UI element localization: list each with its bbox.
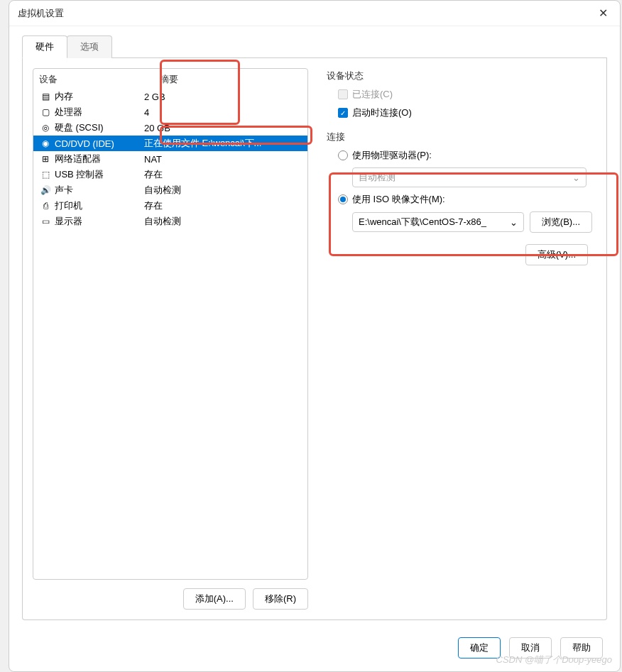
printer-icon: ⎙ (39, 201, 52, 211)
tab-hardware[interactable]: 硬件 (22, 35, 67, 58)
tabs: 硬件 选项 (22, 35, 607, 58)
device-row-display[interactable]: ▭显示器 自动检测 (33, 214, 307, 229)
device-summary: 自动检测 (144, 184, 302, 197)
device-label: 网络适配器 (55, 153, 101, 165)
memory-icon: ▤ (39, 92, 52, 101)
device-list: 设备 摘要 ▤内存 2 GB ▢处理器 4 ◎硬盘 (SCSI) 20 GB (33, 68, 308, 580)
device-row-cddvd[interactable]: ◉CD/DVD (IDE) 正在使用文件 E:\wencai\下... (33, 136, 307, 151)
display-icon: ▭ (39, 216, 52, 226)
close-icon[interactable]: ✕ (594, 5, 611, 22)
tab-options[interactable]: 选项 (67, 35, 112, 58)
connection-group: 连接 使用物理驱动器(P): 自动检测 ⌄ 使用 ISO 映像文件(M): (327, 131, 592, 233)
connect-poweron-checkbox[interactable]: ✓ (338, 108, 348, 118)
vm-settings-window: 虚拟机设置 ✕ 硬件 选项 设备 摘要 ▤内存 2 GB (9, 0, 621, 672)
physical-drive-value: 自动检测 (359, 171, 395, 184)
device-row-memory[interactable]: ▤内存 2 GB (33, 89, 307, 104)
header-summary: 摘要 (160, 73, 178, 86)
use-physical-row[interactable]: 使用物理驱动器(P): (338, 149, 592, 162)
add-button[interactable]: 添加(A)... (183, 588, 246, 610)
connected-label: 已连接(C) (352, 88, 393, 101)
device-label: 声卡 (55, 184, 73, 197)
network-icon: ⊞ (39, 154, 52, 164)
device-summary: 存在 (144, 199, 302, 212)
left-pane: 设备 摘要 ▤内存 2 GB ▢处理器 4 ◎硬盘 (SCSI) 20 GB (33, 68, 308, 610)
right-pane: 设备状态 已连接(C) ✓ 启动时连接(O) 连接 (322, 68, 596, 610)
device-label: 处理器 (55, 106, 82, 119)
device-summary: 20 GB (144, 123, 302, 133)
advanced-row: 高级(V)... (327, 244, 592, 265)
use-iso-radio[interactable] (338, 194, 348, 204)
remove-button[interactable]: 移除(R) (253, 588, 308, 610)
device-row-usb[interactable]: ⬚USB 控制器 存在 (33, 167, 307, 182)
device-label: 硬盘 (SCSI) (55, 121, 104, 134)
advanced-button[interactable]: 高级(V)... (525, 244, 588, 265)
device-summary: 4 (144, 107, 302, 118)
device-list-header: 设备 摘要 (33, 69, 307, 89)
device-summary: NAT (144, 154, 302, 165)
ok-button[interactable]: 确定 (458, 637, 501, 659)
connect-poweron-label: 启动时连接(O) (352, 106, 412, 119)
cddvd-icon: ◉ (39, 138, 52, 148)
chevron-down-icon: ⌄ (510, 217, 518, 228)
device-label: 显示器 (55, 215, 82, 228)
use-physical-radio[interactable] (338, 150, 348, 160)
device-label: USB 控制器 (55, 168, 104, 181)
device-actions: 添加(A)... 移除(R) (33, 588, 308, 610)
connected-checkbox[interactable] (338, 89, 348, 99)
iso-path-select[interactable]: E:\wencai\下载\CentOS-7-x86_ ⌄ (352, 212, 524, 232)
browse-button[interactable]: 浏览(B)... (530, 211, 592, 233)
device-row-sound[interactable]: 🔊声卡 自动检测 (33, 182, 307, 198)
connected-checkbox-row: 已连接(C) (338, 88, 592, 101)
connect-poweron-row: ✓ 启动时连接(O) (338, 106, 592, 119)
content-area: 硬件 选项 设备 摘要 ▤内存 2 GB ▢处理器 4 (9, 26, 620, 627)
iso-path-row: E:\wencai\下载\CentOS-7-x86_ ⌄ 浏览(B)... (352, 211, 592, 233)
device-status-group: 设备状态 已连接(C) ✓ 启动时连接(O) (327, 70, 592, 119)
processor-icon: ▢ (39, 107, 52, 117)
device-summary: 自动检测 (144, 215, 302, 228)
window-title: 虚拟机设置 (18, 7, 64, 20)
device-label: 内存 (55, 90, 73, 103)
use-iso-label: 使用 ISO 映像文件(M): (352, 193, 445, 206)
device-label: CD/DVD (IDE) (55, 138, 114, 149)
sound-icon: 🔊 (39, 185, 52, 195)
device-summary: 2 GB (144, 92, 302, 102)
titlebar: 虚拟机设置 ✕ (9, 1, 620, 26)
device-row-network[interactable]: ⊞网络适配器 NAT (33, 151, 307, 167)
physical-drive-select: 自动检测 ⌄ (352, 167, 586, 187)
tab-content: 设备 摘要 ▤内存 2 GB ▢处理器 4 ◎硬盘 (SCSI) 20 GB (22, 58, 607, 620)
device-row-printer[interactable]: ⎙打印机 存在 (33, 198, 307, 214)
iso-path-value: E:\wencai\下载\CentOS-7-x86_ (359, 216, 486, 228)
device-row-processor[interactable]: ▢处理器 4 (33, 104, 307, 120)
usb-icon: ⬚ (39, 170, 52, 180)
watermark: CSDN @喵了个Doop-yeego (496, 654, 612, 666)
device-label: 打印机 (55, 199, 82, 212)
device-summary: 存在 (144, 168, 302, 181)
header-device: 设备 (39, 73, 160, 86)
use-physical-label: 使用物理驱动器(P): (352, 149, 432, 162)
device-status-title: 设备状态 (327, 70, 592, 82)
device-row-harddisk[interactable]: ◎硬盘 (SCSI) 20 GB (33, 120, 307, 136)
device-summary: 正在使用文件 E:\wencai\下... (144, 137, 302, 150)
connection-title: 连接 (327, 131, 592, 143)
chevron-down-icon: ⌄ (572, 172, 580, 183)
harddisk-icon: ◎ (39, 123, 52, 133)
use-iso-row[interactable]: 使用 ISO 映像文件(M): (338, 193, 592, 206)
